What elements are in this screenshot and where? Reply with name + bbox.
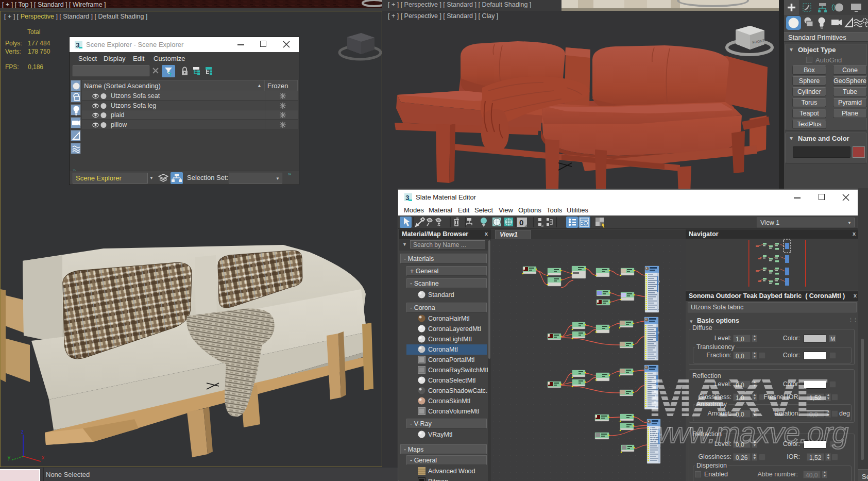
svg-text:z: z [21,429,24,435]
svg-text:y: y [8,455,10,460]
svg-text:0: 0 [519,218,523,227]
svg-text:x: x [42,455,44,460]
